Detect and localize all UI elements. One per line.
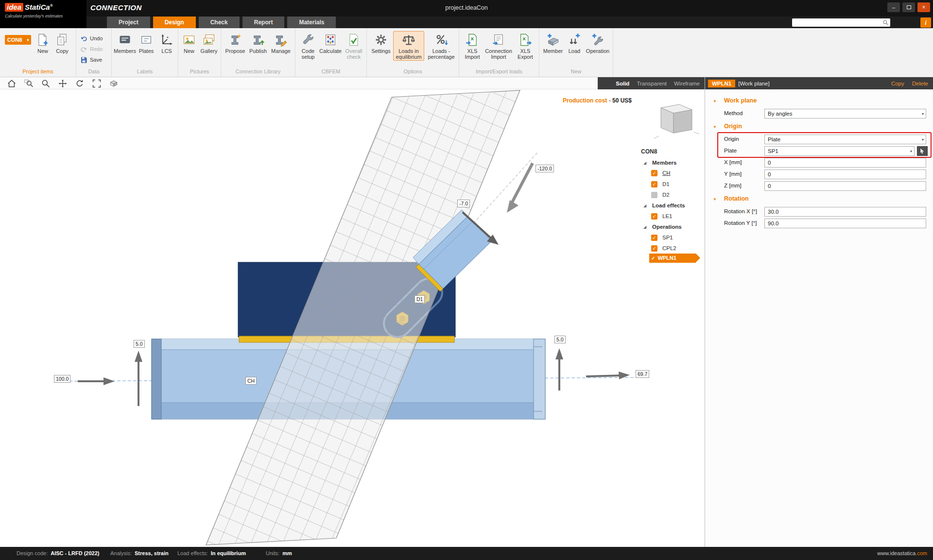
delete-operation-button[interactable]: Delete	[912, 81, 928, 86]
save-button[interactable]: Save	[80, 55, 102, 64]
pick-plate-button[interactable]	[917, 146, 928, 156]
expander-icon[interactable]: ◢	[643, 222, 646, 232]
new-picture-button[interactable]: New	[180, 31, 198, 54]
zoom-icon[interactable]	[41, 79, 51, 88]
new-project-item-button[interactable]: New	[33, 31, 52, 54]
rotate-view-icon[interactable]	[75, 79, 85, 88]
checkbox-checked[interactable]: ✓	[651, 235, 657, 241]
loads-percentage-button[interactable]: Loads - percentage	[426, 31, 457, 61]
search-icon[interactable]	[882, 19, 889, 26]
connection-selector[interactable]: CON8▾	[5, 35, 31, 45]
tree-root-con8[interactable]: CON8	[641, 147, 657, 156]
zoom-window-icon[interactable]	[24, 79, 34, 88]
tab-project[interactable]: Project	[107, 17, 150, 28]
dim-arrow[interactable]	[555, 348, 563, 390]
plates-labels-button[interactable]: Plates	[136, 31, 156, 54]
y-input[interactable]: 0	[764, 170, 926, 179]
rotation-x-input[interactable]: 30.0	[764, 207, 926, 217]
new-load-button[interactable]: Load	[565, 31, 584, 54]
dim-value-label[interactable]: 5.0	[134, 340, 145, 348]
section-origin[interactable]: ▼ Origin	[705, 123, 933, 133]
maximize-button[interactable]	[902, 2, 915, 12]
redo-button[interactable]: Redo	[80, 45, 103, 53]
settings-button[interactable]: Settings	[370, 31, 392, 54]
expander-icon[interactable]: ◢	[643, 158, 646, 168]
close-button[interactable]: ×	[917, 2, 930, 12]
dim-arrow[interactable]	[135, 351, 142, 406]
xls-export-button[interactable]: XLS Export	[515, 31, 536, 61]
xls-import-button[interactable]: XLS Import	[462, 31, 483, 61]
dim-arrow[interactable]	[78, 377, 115, 385]
publish-button[interactable]: Publish	[247, 31, 269, 54]
expander-icon[interactable]: ◢	[643, 201, 646, 210]
code-setup-button[interactable]: Code setup	[297, 31, 319, 61]
rotation-y-input[interactable]: 90.0	[764, 219, 926, 228]
search-input[interactable]	[792, 19, 882, 26]
origin-dropdown[interactable]: Plate▾	[764, 135, 926, 144]
3d-scene[interactable]: Production cost - 50 US$ -120.0 -7.0 5.0…	[0, 89, 705, 547]
search-box[interactable]	[792, 18, 890, 27]
render-mode-wireframe[interactable]: Wireframe	[674, 81, 700, 86]
member-label-ch[interactable]: CH	[245, 377, 257, 385]
tree-item-wpln1-selected[interactable]: ✓WPLN1	[639, 253, 705, 263]
clipping-box-icon[interactable]	[109, 79, 119, 88]
tab-materials[interactable]: Materials	[287, 17, 336, 28]
lcs-labels-button[interactable]: LCS	[157, 31, 176, 54]
gallery-button[interactable]: Gallery	[199, 31, 219, 54]
tab-check[interactable]: Check	[199, 17, 240, 28]
load-value-label[interactable]: -120.0	[536, 165, 554, 172]
loads-in-equilibrium-toggle[interactable]: Loads in equilibrium	[393, 31, 424, 61]
checkbox-checked[interactable]: ✓	[651, 213, 657, 220]
member-label-d1[interactable]: D1	[415, 295, 425, 303]
propose-button[interactable]: Propose	[224, 31, 246, 54]
minimize-button[interactable]: –	[887, 2, 900, 12]
z-input[interactable]: 0	[764, 181, 926, 191]
info-button[interactable]: i	[920, 17, 931, 28]
tree-section-operations[interactable]: ◢ Operations	[639, 222, 705, 232]
dim-arrow[interactable]	[586, 372, 630, 379]
load-value-label[interactable]: -7.0	[457, 200, 470, 207]
tree-item-d2[interactable]: D2	[639, 190, 705, 200]
calculate-button[interactable]: Calculate	[319, 31, 342, 54]
tab-report[interactable]: Report	[242, 17, 285, 28]
collapse-triangle-icon[interactable]: ▼	[713, 125, 717, 129]
tree-item-d1[interactable]: ✓ D1	[639, 179, 705, 189]
collapse-triangle-icon[interactable]: ▼	[713, 99, 717, 103]
checkbox-checked[interactable]: ✓	[651, 170, 657, 176]
tree-section-members[interactable]: ◢ Members	[639, 158, 705, 168]
overall-check-button[interactable]: Overall check	[342, 31, 365, 61]
section-rotation[interactable]: ▼ Rotation	[705, 195, 933, 205]
tree-item-le1[interactable]: ✓ LE1	[639, 211, 705, 221]
tree-item-ch[interactable]: ✓ CH	[639, 168, 705, 178]
x-input[interactable]: 0	[764, 158, 926, 168]
chevron-down-icon[interactable]: ▾	[24, 38, 31, 42]
members-labels-button[interactable]: Members	[114, 31, 136, 54]
dim-value-label[interactable]: 100.0	[54, 375, 70, 383]
checkbox-unchecked[interactable]	[651, 192, 657, 198]
collapse-triangle-icon[interactable]: ▼	[713, 197, 717, 202]
tab-design[interactable]: Design	[153, 17, 196, 28]
section-work-plane[interactable]: ▼ Work plane	[705, 97, 933, 107]
load-arrow[interactable]	[507, 163, 533, 213]
website-link[interactable]: www.ideastatica.com	[877, 550, 927, 556]
checkbox-checked[interactable]: ✓	[651, 181, 657, 187]
dim-value-label[interactable]: 69.7	[636, 370, 649, 378]
home-view-icon[interactable]	[7, 79, 17, 88]
3d-model-canvas[interactable]	[0, 89, 705, 547]
render-mode-transparent[interactable]: Transparent	[637, 81, 667, 86]
new-member-button[interactable]: Member	[542, 31, 564, 54]
new-operation-button[interactable]: Operation	[585, 31, 611, 54]
method-dropdown[interactable]: By angles▾	[764, 109, 926, 119]
tree-item-sp1[interactable]: ✓ SP1	[639, 233, 705, 242]
undo-button[interactable]: Undo	[80, 34, 103, 43]
plate-dropdown[interactable]: SP1▾	[764, 146, 915, 156]
navigation-cube[interactable]	[654, 104, 699, 138]
zoom-all-icon[interactable]	[92, 79, 102, 88]
tree-item-cpl2[interactable]: ✓ CPL2	[639, 243, 705, 253]
checkbox-checked[interactable]: ✓	[651, 245, 657, 252]
render-mode-solid[interactable]: Solid	[616, 81, 629, 86]
connection-import-button[interactable]: Connection Import	[484, 31, 514, 61]
copy-operation-button[interactable]: Copy	[891, 81, 904, 86]
pan-icon[interactable]	[58, 79, 68, 88]
copy-project-item-button[interactable]: Copy	[52, 31, 72, 54]
